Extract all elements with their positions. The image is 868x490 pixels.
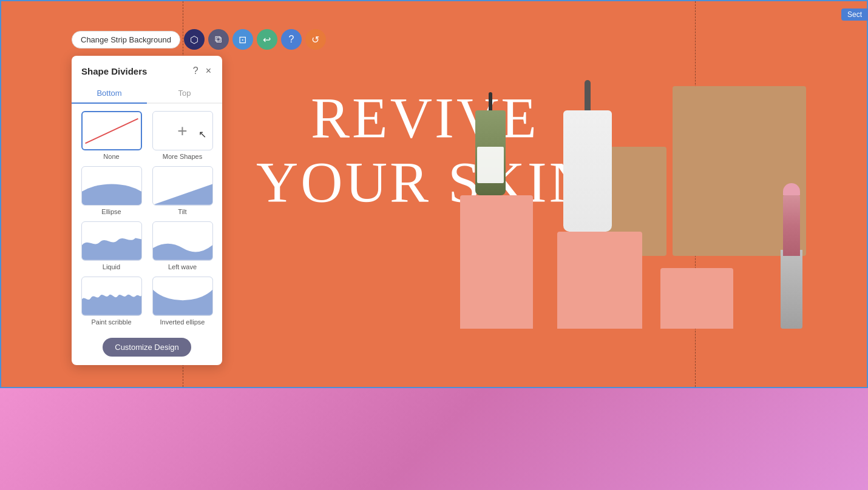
panel-help-button[interactable]: ? (192, 64, 200, 78)
liquid-svg (82, 221, 141, 260)
duplicate-icon: ⧉ (215, 34, 222, 45)
shape-none-preview[interactable] (81, 111, 142, 150)
shape-ellipse-label: Ellipse (101, 208, 121, 215)
svg-point-0 (82, 184, 141, 205)
shape-ellipse-preview[interactable] (81, 166, 142, 206)
panel-tabs: Bottom Top (72, 84, 222, 104)
crop-icon: ⊡ (239, 34, 246, 45)
svg-marker-1 (153, 184, 212, 205)
shape-paint-scribble-preview[interactable] (81, 277, 142, 316)
link-button[interactable]: ↩ (257, 29, 277, 50)
toolbar: Change Strip Background ⬡ ⧉ ⊡ ↩ ? ↺ (72, 29, 326, 50)
shape-none-label: None (103, 153, 119, 160)
shape-inverted-ellipse-label: Inverted ellipse (160, 318, 205, 326)
shape-tilt-preview[interactable] (152, 166, 213, 206)
left-wave-svg (153, 221, 212, 260)
pedestal-medium (557, 232, 642, 329)
shape-left-wave-item[interactable]: Left wave (150, 221, 215, 270)
lipstick-body (781, 250, 802, 329)
canvas: REVIVE YOUR SKIN (0, 0, 868, 490)
wix-icon: ⬡ (190, 34, 198, 45)
shape-more-preview[interactable]: + ↖ (152, 111, 213, 150)
change-bg-button[interactable]: Change Strip Background (72, 31, 180, 49)
shape-paint-scribble-label: Paint scribble (91, 318, 131, 326)
shape-none-item[interactable]: None (79, 111, 144, 160)
product-area (424, 38, 818, 377)
help-icon: ? (288, 34, 294, 45)
shape-inverted-ellipse-preview[interactable] (152, 277, 213, 316)
settings-button[interactable]: ↺ (305, 29, 326, 50)
shape-inverted-ellipse-item[interactable]: Inverted ellipse (150, 277, 215, 326)
tab-bottom[interactable]: Bottom (72, 84, 147, 104)
tilt-svg (153, 166, 212, 205)
customize-design-button[interactable]: Customize Design (103, 338, 191, 357)
shape-left-wave-preview[interactable] (152, 221, 213, 261)
crop-button[interactable]: ⊡ (232, 29, 253, 50)
pedestal-short (660, 268, 733, 329)
shape-liquid-label: Liquid (103, 263, 120, 270)
section-label: Sect (841, 8, 868, 21)
help-button[interactable]: ? (281, 29, 302, 50)
none-diagonal-line (85, 118, 138, 143)
lipstick (783, 195, 800, 256)
panel-header: Shape Dividers ? × (72, 56, 222, 84)
plus-icon: + (177, 121, 187, 141)
settings-icon: ↺ (311, 34, 319, 45)
panel-close-button[interactable]: × (205, 64, 212, 78)
shape-more-item[interactable]: + ↖ More Shapes (150, 111, 215, 160)
paint-scribble-svg (82, 277, 141, 315)
cursor-icon: ↖ (198, 129, 206, 140)
pink-section (0, 388, 868, 490)
shape-ellipse-item[interactable]: Ellipse (79, 166, 144, 215)
bottle-dropper (475, 110, 506, 195)
panel-header-icons: ? × (192, 64, 212, 78)
shape-dividers-panel: Shape Dividers ? × Bottom Top (72, 56, 222, 365)
shape-none-inner (83, 112, 141, 149)
bottle-label (477, 147, 504, 183)
shape-grid: None + ↖ More Shapes Elli (72, 104, 222, 333)
shape-tilt-item[interactable]: Tilt (150, 166, 215, 215)
skincare-scene (424, 38, 818, 377)
shape-paint-scribble-item[interactable]: Paint scribble (79, 277, 144, 326)
shape-left-wave-label: Left wave (168, 263, 197, 270)
wix-icon-button[interactable]: ⬡ (184, 29, 205, 50)
shape-more-label: More Shapes (163, 153, 202, 160)
tab-top[interactable]: Top (147, 84, 222, 104)
shape-tilt-label: Tilt (178, 208, 186, 215)
panel-footer: Customize Design (72, 333, 222, 365)
shape-liquid-item[interactable]: Liquid (79, 221, 144, 270)
pedestal-tall (460, 195, 533, 329)
shape-liquid-preview[interactable] (81, 221, 142, 261)
duplicate-button[interactable]: ⧉ (208, 29, 229, 50)
link-icon: ↩ (263, 34, 271, 45)
panel-title: Shape Dividers (81, 66, 147, 76)
bottle-pump (563, 110, 612, 232)
ellipse-svg (82, 166, 141, 205)
inverted-ellipse-svg (153, 277, 212, 315)
